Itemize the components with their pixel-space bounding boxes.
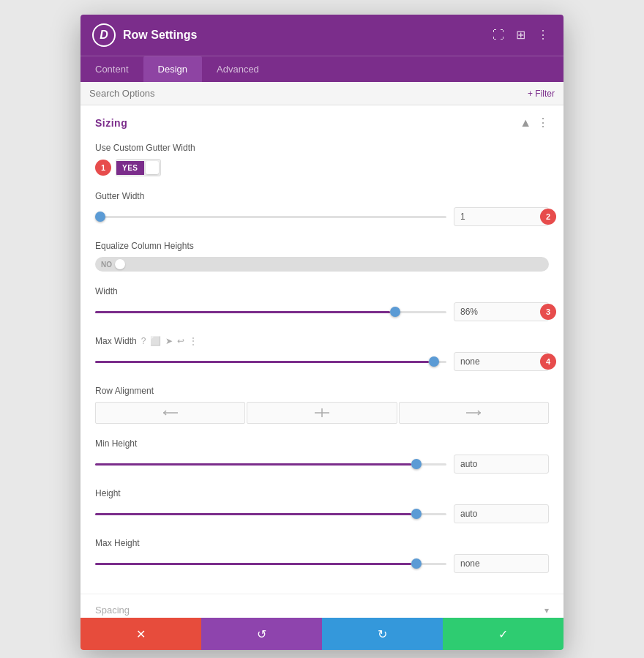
gutter-width-slider-row: 1 2 [95, 207, 549, 226]
spacing-title: Spacing [95, 605, 130, 616]
max-width-pointer-icon[interactable]: ➤ [165, 336, 173, 346]
max-height-row: Max Height none [80, 532, 564, 582]
max-height-thumb[interactable] [411, 558, 422, 569]
align-left-button[interactable] [95, 402, 245, 424]
max-width-label-text: Max Width [95, 336, 137, 346]
undo-button[interactable]: ↺ [201, 618, 322, 650]
use-custom-gutter-width-row: Use Custom Gutter Width 1 YES [80, 137, 564, 185]
width-row: Width 86% 3 [80, 280, 564, 330]
height-fill [95, 513, 411, 515]
step-badge-4: 4 [540, 354, 556, 370]
equalize-column-heights-row: Equalize Column Heights NO [80, 235, 564, 280]
more-options-button[interactable]: ⋮ [534, 26, 552, 44]
use-custom-gutter-width-label: Use Custom Gutter Width [95, 143, 549, 153]
step-badge-1: 1 [95, 160, 111, 176]
max-height-slider-row: none [95, 554, 549, 573]
width-thumb[interactable] [390, 307, 400, 317]
gutter-width-input-container: 1 2 [454, 207, 549, 226]
height-thumb[interactable] [411, 509, 422, 519]
max-height-track [95, 563, 446, 565]
gutter-width-thumb[interactable] [95, 212, 105, 222]
height-track-container [95, 506, 446, 521]
min-height-input-container: auto [454, 455, 549, 474]
align-right-button[interactable] [399, 402, 549, 424]
toggle-yes-label: YES [116, 161, 144, 175]
max-width-fill [95, 361, 429, 363]
fullscreen-button[interactable]: ⛶ [490, 26, 507, 44]
step-badge-2: 2 [540, 209, 556, 225]
gutter-width-label: Gutter Width [95, 191, 549, 201]
sizing-menu-button[interactable]: ⋮ [537, 116, 549, 130]
max-width-input-container: none 4 [454, 352, 549, 371]
min-height-input[interactable]: auto [454, 455, 549, 474]
sizing-section: Sizing ▲ ⋮ Use Custom Gutter Width 1 YES [80, 105, 564, 594]
min-height-slider-row: auto [95, 455, 549, 474]
max-width-input[interactable]: none [454, 352, 549, 371]
height-input-container: auto [454, 504, 549, 523]
sizing-collapse-button[interactable]: ▲ [520, 116, 531, 130]
gutter-width-row: Gutter Width 1 2 [80, 185, 564, 235]
modal-header: D Row Settings ⛶ ⊞ ⋮ [80, 15, 564, 56]
search-input[interactable] [89, 88, 528, 99]
width-fill [95, 311, 390, 313]
gutter-width-track-container [95, 209, 446, 224]
sizing-section-title: Sizing [95, 117, 127, 129]
redo-button[interactable]: ↻ [322, 618, 443, 650]
toggle-off-thumb [115, 259, 125, 269]
toggle-container: 1 YES [95, 159, 549, 176]
min-height-row: Min Height auto [80, 433, 564, 482]
equalize-column-heights-label: Equalize Column Heights [95, 241, 549, 251]
min-height-track-container [95, 457, 446, 471]
modal-wrapper: D Row Settings ⛶ ⊞ ⋮ Content Design Adva… [80, 15, 564, 650]
search-bar: + Filter [80, 82, 564, 105]
max-width-undo-icon[interactable]: ↩ [177, 336, 184, 346]
row-alignment-row: Row Alignment [80, 380, 564, 433]
tab-design[interactable]: Design [143, 56, 202, 82]
max-width-slider-row: none 4 [95, 352, 549, 371]
max-width-row: Max Width ? ⬜ ➤ ↩ ⋮ none [80, 330, 564, 380]
modal-footer: ✕ ↺ ↻ ✓ [80, 618, 564, 650]
divi-logo: D [92, 23, 116, 47]
max-width-more-icon[interactable]: ⋮ [189, 336, 198, 346]
save-button[interactable]: ✓ [443, 618, 564, 650]
equalize-toggle[interactable]: NO [95, 257, 549, 272]
tab-content[interactable]: Content [80, 56, 143, 82]
filter-button[interactable]: + Filter [528, 89, 555, 99]
width-label: Width [95, 286, 549, 296]
max-width-responsive-icon[interactable]: ⬜ [150, 336, 161, 346]
width-input-container: 86% 3 [454, 302, 549, 321]
max-height-input[interactable]: none [454, 554, 549, 573]
alignment-buttons [95, 402, 549, 424]
height-label: Height [95, 488, 549, 498]
width-slider-row: 86% 3 [95, 302, 549, 321]
width-track [95, 311, 446, 313]
spacing-section[interactable]: Spacing ▾ [80, 594, 564, 618]
step-badge-3: 3 [540, 304, 556, 320]
custom-gutter-toggle[interactable]: YES [116, 159, 161, 176]
modal-title: Row Settings [123, 29, 197, 42]
min-height-track [95, 463, 446, 466]
max-width-thumb[interactable] [429, 356, 439, 367]
gutter-width-track [95, 216, 446, 218]
width-input[interactable]: 86% [454, 302, 549, 321]
min-height-thumb[interactable] [411, 459, 422, 469]
tabs-bar: Content Design Advanced [80, 56, 564, 82]
section-header-actions: ▲ ⋮ [520, 116, 549, 130]
align-center-button[interactable] [247, 402, 397, 424]
header-left: D Row Settings [92, 23, 197, 47]
row-alignment-label: Row Alignment [95, 386, 549, 396]
max-width-help-icon[interactable]: ? [141, 336, 146, 346]
height-row: Height auto [80, 482, 564, 532]
height-input[interactable]: auto [454, 504, 549, 523]
max-height-fill [95, 563, 411, 565]
max-height-input-container: none [454, 554, 549, 573]
layout-button[interactable]: ⊞ [513, 26, 528, 44]
min-height-fill [95, 463, 411, 466]
height-slider-row: auto [95, 504, 549, 523]
gutter-width-input[interactable]: 1 [454, 207, 549, 226]
modal-content: Sizing ▲ ⋮ Use Custom Gutter Width 1 YES [80, 105, 564, 618]
tab-advanced[interactable]: Advanced [202, 56, 274, 82]
cancel-button[interactable]: ✕ [80, 618, 201, 650]
max-width-track-container [95, 354, 446, 369]
toggle-off-text: NO [101, 261, 112, 269]
